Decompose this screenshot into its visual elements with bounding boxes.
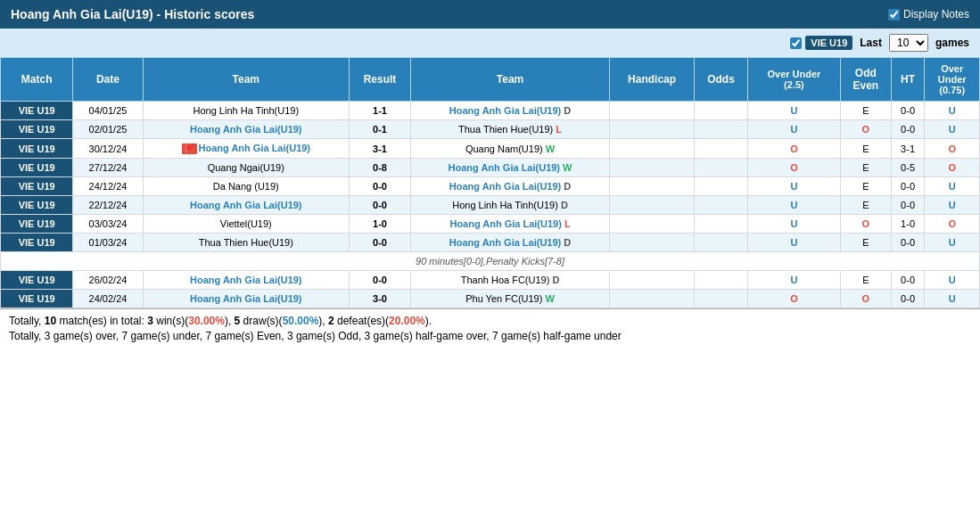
result-cell: 1-0	[350, 215, 411, 234]
odd-even-cell: E	[840, 102, 891, 120]
table-row: VIE U19 30/12/24 🚩Hoang Anh Gia Lai(U19)…	[1, 139, 980, 159]
team2-cell: Hoang Anh Gia Lai(U19) L	[410, 215, 609, 234]
col-team1: Team	[143, 58, 350, 102]
match-cell: VIE U19	[1, 271, 73, 290]
handicap-cell	[610, 196, 695, 215]
summary-line2: Totally, 3 game(s) over, 7 game(s) under…	[9, 330, 971, 342]
team1-cell: Hoang Anh Gia Lai(U19)	[143, 290, 350, 308]
ht-cell: 0-0	[891, 196, 925, 215]
handicap-cell	[610, 215, 695, 234]
odds-cell	[695, 215, 748, 234]
over-under-cell: O	[747, 139, 840, 159]
col-odd-even: OddEven	[840, 58, 891, 102]
historic-scores-table: Match Date Team Result Team Handicap Odd…	[0, 57, 980, 308]
team1-cell: Quang Ngai(U19)	[143, 159, 350, 177]
match-cell: VIE U19	[1, 159, 73, 177]
odds-cell	[695, 234, 748, 252]
date-cell: 26/02/24	[73, 271, 143, 290]
table-row: VIE U19 24/12/24 Da Nang (U19) 0-0 Hoang…	[1, 177, 980, 196]
ht-cell: 0-0	[891, 102, 925, 120]
team1-cell: Da Nang (U19)	[143, 177, 350, 196]
team2-cell: Hong Linh Ha Tinh(U19) D	[410, 196, 609, 215]
handicap-cell	[610, 177, 695, 196]
over-under-cell: U	[747, 234, 840, 252]
match-cell: VIE U19	[1, 234, 73, 252]
ht-ou-cell: U	[925, 102, 980, 120]
col-team2: Team	[410, 58, 609, 102]
vie-badge: VIE U19	[805, 36, 852, 50]
col-result: Result	[350, 58, 411, 102]
over-under-cell: U	[747, 102, 840, 120]
col-date: Date	[73, 58, 143, 102]
display-notes-checkbox[interactable]	[888, 9, 900, 21]
handicap-cell	[610, 271, 695, 290]
odds-cell	[695, 177, 748, 196]
ht-cell: 0-0	[891, 120, 925, 139]
odd-even-cell: E	[840, 271, 891, 290]
team2-cell: Hoang Anh Gia Lai(U19) D	[410, 234, 609, 252]
ht-cell: 3-1	[891, 139, 925, 159]
ht-cell: 0-0	[891, 290, 925, 308]
team1-cell: Viettel(U19)	[143, 215, 350, 234]
odd-even-cell: E	[840, 234, 891, 252]
team2-cell: Phu Yen FC(U19) W	[410, 290, 609, 308]
date-cell: 22/12/24	[73, 196, 143, 215]
team2-cell: Hoang Anh Gia Lai(U19) D	[410, 102, 609, 120]
odd-even-cell: E	[840, 196, 891, 215]
display-notes-label[interactable]: Display Notes	[888, 8, 969, 21]
vie-checkbox[interactable]	[790, 37, 802, 49]
result-cell: 1-1	[350, 102, 411, 120]
col-over-under: Over Under(2.5)	[747, 58, 840, 102]
odds-cell	[695, 290, 748, 308]
team2-cell: Thanh Hoa FC(U19) D	[410, 271, 609, 290]
header-right: Display Notes	[888, 8, 969, 21]
odds-cell	[695, 120, 748, 139]
result-cell: 0-0	[350, 196, 411, 215]
date-cell: 01/03/24	[73, 234, 143, 252]
match-cell: VIE U19	[1, 120, 73, 139]
date-cell: 04/01/25	[73, 102, 143, 120]
odds-cell	[695, 271, 748, 290]
handicap-cell	[610, 120, 695, 139]
odd-even-cell: O	[840, 120, 891, 139]
match-cell: VIE U19	[1, 215, 73, 234]
sub-note-cell: 90 minutes[0-0],Penalty Kicks[7-8]	[1, 252, 980, 271]
note-row: 90 minutes[0-0],Penalty Kicks[7-8]	[1, 252, 980, 271]
filter-bar: VIE U19 Last 10 5 15 20 All games	[0, 29, 980, 57]
over-under-cell: U	[747, 196, 840, 215]
summary-line1: Totally, 10 match(es) in total: 3 win(s)…	[9, 315, 971, 327]
table-row: VIE U19 03/03/24 Viettel(U19) 1-0 Hoang …	[1, 215, 980, 234]
vie-filter-label[interactable]: VIE U19	[790, 36, 852, 50]
team2-cell: Hoang Anh Gia Lai(U19) D	[410, 177, 609, 196]
ht-ou-cell: U	[925, 234, 980, 252]
ht-ou-cell: U	[925, 271, 980, 290]
table-header-row: Match Date Team Result Team Handicap Odd…	[1, 58, 980, 102]
odd-even-cell: E	[840, 139, 891, 159]
match-cell: VIE U19	[1, 177, 73, 196]
result-cell: 0-0	[350, 271, 411, 290]
date-cell: 02/01/25	[73, 120, 143, 139]
ht-ou-cell: O	[925, 159, 980, 177]
ht-ou-cell: U	[925, 196, 980, 215]
header-title: Hoang Anh Gia Lai(U19) - Historic scores	[11, 7, 254, 21]
team2-cell: Quang Nam(U19) W	[410, 139, 609, 159]
ht-cell: 0-0	[891, 271, 925, 290]
ht-cell: 0-0	[891, 177, 925, 196]
last-games-select[interactable]: 10 5 15 20 All	[889, 34, 928, 52]
col-ht-ou: OverUnder(0.75)	[925, 58, 980, 102]
over-under-cell: U	[747, 120, 840, 139]
header: Hoang Anh Gia Lai(U19) - Historic scores…	[0, 0, 980, 29]
odds-cell	[695, 196, 748, 215]
result-cell: 3-0	[350, 290, 411, 308]
team1-cell: Hong Linh Ha Tinh(U19)	[143, 102, 350, 120]
team1-cell: 🚩Hoang Anh Gia Lai(U19)	[143, 139, 350, 159]
date-cell: 24/02/24	[73, 290, 143, 308]
handicap-cell	[610, 139, 695, 159]
table-row: VIE U19 01/03/24 Thua Thien Hue(U19) 0-0…	[1, 234, 980, 252]
ht-ou-cell: O	[925, 215, 980, 234]
table-row: VIE U19 04/01/25 Hong Linh Ha Tinh(U19) …	[1, 102, 980, 120]
over-under-cell: U	[747, 177, 840, 196]
ht-ou-cell: U	[925, 120, 980, 139]
games-label: games	[935, 37, 969, 49]
team2-cell: Thua Thien Hue(U19) L	[410, 120, 609, 139]
